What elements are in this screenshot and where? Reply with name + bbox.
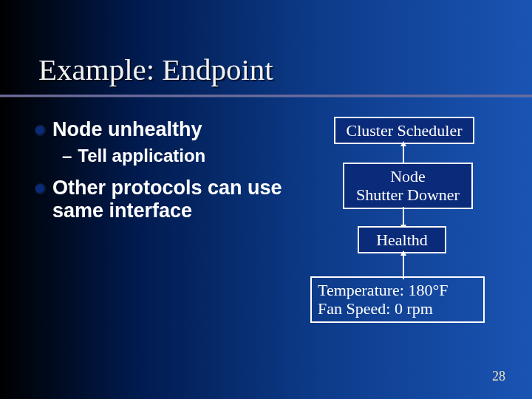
bullet-1-sub: – Tell application — [62, 146, 287, 166]
arrow-up-icon — [403, 251, 404, 279]
page-number: 28 — [492, 369, 505, 384]
title-underline — [0, 95, 532, 97]
bullet-dot-icon — [35, 184, 45, 194]
box-sensor-readings: Temperature: 180°F Fan Speed: 0 rpm — [310, 276, 485, 323]
box-healthd: Healthd — [358, 226, 446, 253]
bullet-1: Node unhealthy — [35, 118, 287, 141]
box2-line2: Shutter Downer — [349, 185, 467, 204]
slide: Example: Endpoint Node unhealthy – Tell … — [0, 0, 532, 399]
temperature-line: Temperature: 180°F — [318, 281, 477, 299]
bullet-dot-icon — [35, 126, 45, 135]
bullet-1-text: Node unhealthy — [52, 118, 202, 141]
box-cluster-scheduler: Cluster Scheduler — [334, 117, 474, 144]
bullet-2: Other protocols can use same interface — [35, 177, 287, 222]
bullet-1-sub-text: Tell application — [78, 146, 205, 166]
box2-line1: Node — [349, 167, 467, 185]
bullet-2-text: Other protocols can use same interface — [52, 177, 287, 222]
body-text: Node unhealthy – Tell application Other … — [35, 118, 287, 227]
slide-title: Example: Endpoint — [38, 52, 273, 87]
box-node-shutter-downer: Node Shutter Downer — [343, 163, 473, 209]
fan-speed-line: Fan Speed: 0 rpm — [318, 299, 477, 318]
dash-icon: – — [62, 146, 72, 166]
